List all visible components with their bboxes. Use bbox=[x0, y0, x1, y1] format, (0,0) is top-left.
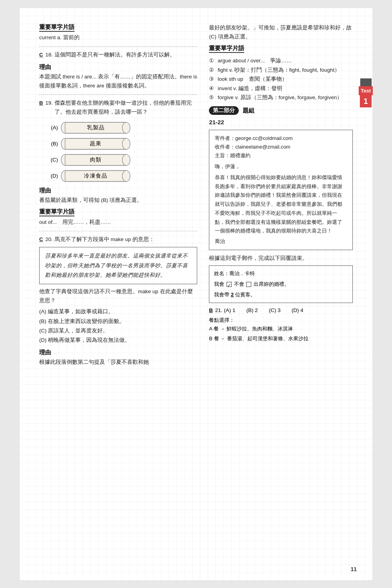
shelf-a: 乳製品 bbox=[60, 121, 131, 135]
group-label: 21-22 bbox=[209, 117, 353, 127]
jieda-label: 解答 bbox=[360, 78, 372, 86]
intro-continuation: 最好的朋友吵架。」可推知，莎夏應該是希望和珍和好，故 (C) 項應為正選。 bbox=[209, 24, 353, 42]
email-subject: 主旨：婚禮邀約 bbox=[215, 151, 347, 160]
current-word: current a. 當前的 bbox=[39, 33, 197, 42]
left-column: 重要單字片語 current a. 當前的 C 18. 這個問題不是只有一種解法… bbox=[39, 24, 197, 367]
vocab-list: ① argue about / over... 爭論…… ② fight v. … bbox=[209, 56, 353, 102]
reason-title-2: 理由 bbox=[39, 187, 197, 194]
guests-number: 2 bbox=[231, 292, 234, 298]
outof-word: out of... 用完……，耗盡…… bbox=[39, 218, 197, 227]
right-column: 最好的朋友吵架。」可推知，莎夏應該是希望和珍和好，故 (C) 項應為正選。 重要… bbox=[209, 24, 353, 367]
q18-text: 這個問題不是只有一種解法。有許多方法可以解。 bbox=[54, 51, 175, 60]
question-18: C 18. 這個問題不是只有一種解法。有許多方法可以解。 bbox=[39, 51, 197, 60]
option-20d: (D) 稍晚再做某事，因為現在無法做。 bbox=[39, 336, 197, 345]
section-title-2: 重要單字片語 bbox=[39, 208, 74, 216]
meal-b: B 餐 － 番茄湯、起司漢堡和薯條、水果沙拉 bbox=[209, 334, 353, 343]
market-text-b: 蔬果 bbox=[90, 140, 102, 147]
reply-attend: 我會 不會 出席妳的婚禮。 bbox=[214, 279, 348, 289]
market-row-d: (D) 冷凍食品 bbox=[47, 169, 197, 183]
part2-label: 第二部分 bbox=[209, 106, 239, 115]
reason2-text: 番茄屬於蔬果類，可得知 (B) 項應為正選。 bbox=[39, 196, 197, 205]
page-number: 11 bbox=[350, 566, 357, 572]
market-row-a: (A) 乳製品 bbox=[47, 121, 197, 135]
question-19: B 19. 傑森想要在他主辦的晚宴中做一道沙拉，但他的番茄用完了。他去超市買番茄… bbox=[39, 99, 197, 117]
reply-box: 姓名：喬治．卡特 我會 不會 出席妳的婚禮。 我會帶 2 位賓客。 bbox=[209, 265, 353, 303]
q20-num: 20. bbox=[45, 235, 53, 244]
email-greeting: 嗨，伊蓮， bbox=[215, 162, 347, 171]
side-tab: 解答 Test 1 bbox=[359, 78, 373, 107]
email-from: 寄件者：george.cc@coldmail.com bbox=[215, 134, 347, 143]
option-20a: (A) 編造某事，如故事或藉口。 bbox=[39, 307, 197, 316]
svg-point-2 bbox=[122, 122, 130, 133]
checkbox-notattend bbox=[246, 282, 251, 287]
section-title-1: 重要單字片語 bbox=[39, 24, 74, 32]
reply-intro: 根據這則電子郵件，完成以下回覆請束。 bbox=[209, 254, 353, 263]
vocab-5: ⑤ forgive v. 原諒（三態為：forgive, forgave, fo… bbox=[209, 93, 353, 102]
test-num: 1 bbox=[360, 95, 372, 107]
market-label-d: (D) bbox=[47, 173, 58, 179]
answer-21: B bbox=[209, 307, 213, 313]
vocab-3: ③ look sth up 查閱（某事物） bbox=[209, 74, 353, 84]
reply-name: 姓名：喬治．卡特 bbox=[214, 269, 348, 279]
passage-box: 莎夏和珍多年來一直是最好的朋友。這兩個女孩通常從來不吵架的，但昨天她們為了學校的… bbox=[39, 247, 197, 284]
part2-title: 題組 bbox=[243, 107, 254, 114]
question-21: B 21. (A) 1 (B) 2 (C) 3 (D) 4 bbox=[209, 306, 353, 315]
market-label-a: (A) bbox=[47, 125, 58, 131]
divider-2 bbox=[39, 94, 197, 95]
shelf-d: 冷凍食品 bbox=[60, 169, 131, 183]
test-label: Test bbox=[359, 86, 373, 95]
shelf-c: 肉類 bbox=[60, 153, 131, 167]
divider-1 bbox=[39, 46, 197, 47]
options-20: (A) 編造某事，如故事或藉口。 (B) 在臉上塗東西以改變你的面貌。 (C) … bbox=[39, 307, 197, 345]
email-body: 恭喜！我真的很開心得知妳要結婚的消息！妳和傑瑞愛情長跑多年，看到你們終於要共組家… bbox=[215, 173, 347, 236]
vocab-section-3: 重要單字片語 ① argue about / over... 爭論…… ② fi… bbox=[209, 45, 353, 102]
market-label-c: (C) bbox=[47, 157, 58, 163]
checkbox-attend bbox=[227, 282, 232, 287]
reason-title-1: 理由 bbox=[39, 64, 197, 71]
q18-num: 18. bbox=[45, 51, 53, 60]
market-row-b: (B) 蔬果 bbox=[47, 137, 197, 151]
vocab-1: ① argue about / over... 爭論…… bbox=[209, 56, 353, 65]
email-to: 收件者：claineelaine@zmail.com bbox=[215, 143, 347, 151]
q20-text: 馬克不了解下方段落中 make up 的意思： bbox=[54, 235, 154, 244]
reason-title-3: 理由 bbox=[39, 349, 197, 356]
question-20: C 20. 馬克不了解下方段落中 make up 的意思： bbox=[39, 235, 197, 244]
reason3-text: 根據此段落倒數第二句提及「莎夏不喜歡和她 bbox=[39, 358, 197, 367]
answer-20: C bbox=[39, 235, 43, 244]
svg-point-7 bbox=[122, 138, 130, 149]
svg-point-12 bbox=[122, 154, 130, 165]
part2-header: 第二部分 題組 bbox=[209, 106, 353, 115]
vocab-section-2: 重要單字片語 out of... 用完……，耗盡…… bbox=[39, 208, 197, 227]
market-label-b: (B) bbox=[47, 141, 58, 147]
meal-label: 餐點選擇： bbox=[209, 317, 353, 324]
vocab-section-1: 重要單字片語 current a. 當前的 bbox=[39, 24, 197, 42]
divider-3 bbox=[39, 231, 197, 231]
email-signature: 喬治 bbox=[215, 237, 347, 246]
market-diagram: (A) 乳製品 bbox=[47, 121, 197, 183]
answer-18: C bbox=[39, 51, 43, 60]
vocab-2: ② fight v. 吵架：打鬥（三態為：fight, fought, foug… bbox=[209, 65, 353, 75]
market-row-c: (C) 肉類 bbox=[47, 153, 197, 167]
reason1-text: 本題測試 there is / are... 表示「有……」的固定搭配用法。th… bbox=[39, 73, 197, 91]
market-text-d: 冷凍食品 bbox=[84, 172, 107, 180]
section-title-3: 重要單字片語 bbox=[209, 45, 244, 53]
answer-19: B bbox=[39, 99, 43, 117]
vocab-4: ④ invent v. 編造，虛構：發明 bbox=[209, 84, 353, 93]
svg-point-17 bbox=[122, 171, 130, 181]
q19-text: 傑森想要在他主辦的晚宴中做一道沙拉，但他的番茄用完了。他去超市買番茄時，該去哪一… bbox=[54, 99, 198, 117]
email-box: 寄件者：george.cc@coldmail.com 收件者：claineela… bbox=[209, 130, 353, 250]
meal-a: A 餐 － 鮮蝦沙拉、魚肉和麵、冰淇淋 bbox=[209, 325, 353, 334]
market-text-a: 乳製品 bbox=[87, 124, 105, 131]
reply-guests: 我會帶 2 位賓客。 bbox=[214, 290, 348, 300]
q20-sub: 他查了字典發現這個片語不只一種意思。make up 在此處是什麼意思？ bbox=[39, 287, 197, 305]
option-20c: (C) 原諒某人，並再度友好。 bbox=[39, 326, 197, 336]
market-text-c: 肉類 bbox=[90, 156, 102, 163]
q19-num: 19. bbox=[45, 99, 53, 117]
shelf-b: 蔬果 bbox=[60, 137, 131, 151]
option-20b: (B) 在臉上塗東西以改變你的面貌。 bbox=[39, 317, 197, 326]
